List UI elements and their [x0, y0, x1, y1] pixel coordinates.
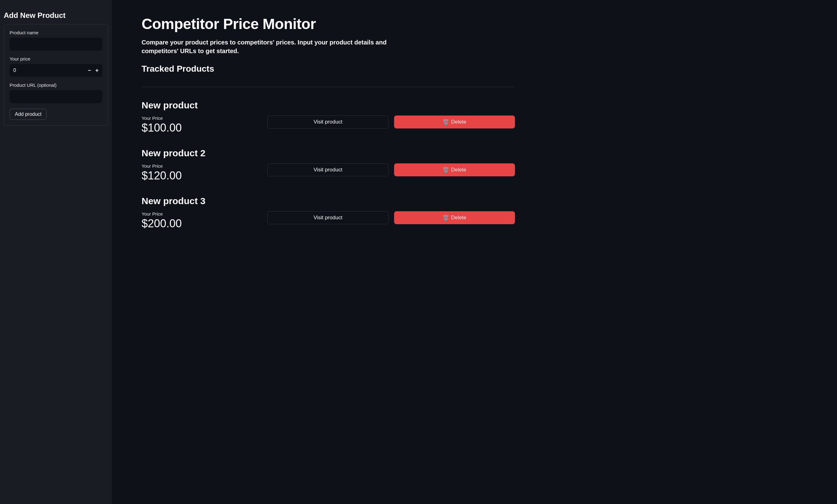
delete-product-button[interactable]: 🗑️Delete [394, 163, 515, 176]
delete-label: Delete [451, 214, 466, 221]
tracked-products-heading: Tracked Products [142, 64, 515, 74]
page-subtitle: Compare your product prices to competito… [142, 38, 395, 55]
product-name-label: Product name [10, 30, 102, 35]
delete-product-button[interactable]: 🗑️Delete [394, 115, 515, 129]
price-value: $120.00 [142, 169, 262, 182]
visit-product-button[interactable]: Visit product [267, 163, 388, 176]
trash-icon: 🗑️ [443, 167, 449, 173]
product-name: New product [142, 100, 515, 111]
price-value: $100.00 [142, 122, 262, 134]
visit-product-button[interactable]: Visit product [267, 211, 388, 224]
price-column: Your Price$200.00 [142, 211, 262, 230]
product-row: Your Price$200.00Visit product🗑️Delete [142, 211, 515, 230]
product-name-input[interactable] [10, 38, 102, 51]
trash-icon: 🗑️ [443, 214, 449, 221]
sidebar-heading: Add New Product [4, 11, 108, 20]
delete-product-button[interactable]: 🗑️Delete [394, 211, 515, 224]
main-content: Competitor Price Monitor Compare your pr… [112, 0, 545, 504]
product-card: New product 3Your Price$200.00Visit prod… [142, 196, 515, 230]
your-price-label: Your Price [142, 163, 262, 169]
delete-label: Delete [451, 167, 466, 173]
stepper-minus-icon[interactable]: − [88, 68, 91, 73]
product-name: New product 3 [142, 196, 515, 206]
price-stepper: − + [88, 68, 99, 73]
delete-label: Delete [451, 119, 466, 125]
sidebar: Add New Product Product name Your price … [0, 0, 112, 504]
product-row: Your Price$100.00Visit product🗑️Delete [142, 115, 515, 134]
visit-product-button[interactable]: Visit product [267, 115, 388, 129]
price-column: Your Price$120.00 [142, 163, 262, 182]
product-url-label: Product URL (optional) [10, 82, 102, 88]
price-value: $200.00 [142, 217, 262, 230]
your-price-input[interactable] [13, 68, 88, 73]
stepper-plus-icon[interactable]: + [95, 68, 99, 73]
price-column: Your Price$100.00 [142, 115, 262, 134]
product-card: New productYour Price$100.00Visit produc… [142, 100, 515, 134]
product-url-input[interactable] [10, 90, 102, 103]
your-price-label: Your Price [142, 115, 262, 121]
add-product-form: Product name Your price − + Product URL … [4, 24, 108, 126]
divider [142, 87, 515, 87]
product-row: Your Price$120.00Visit product🗑️Delete [142, 163, 515, 182]
your-price-input-wrap: − + [10, 64, 102, 77]
page-title: Competitor Price Monitor [142, 15, 515, 33]
trash-icon: 🗑️ [443, 119, 449, 125]
add-product-button[interactable]: Add product [10, 109, 47, 120]
your-price-label: Your price [10, 56, 102, 61]
your-price-label: Your Price [142, 211, 262, 217]
product-name: New product 2 [142, 148, 515, 158]
product-card: New product 2Your Price$120.00Visit prod… [142, 148, 515, 182]
